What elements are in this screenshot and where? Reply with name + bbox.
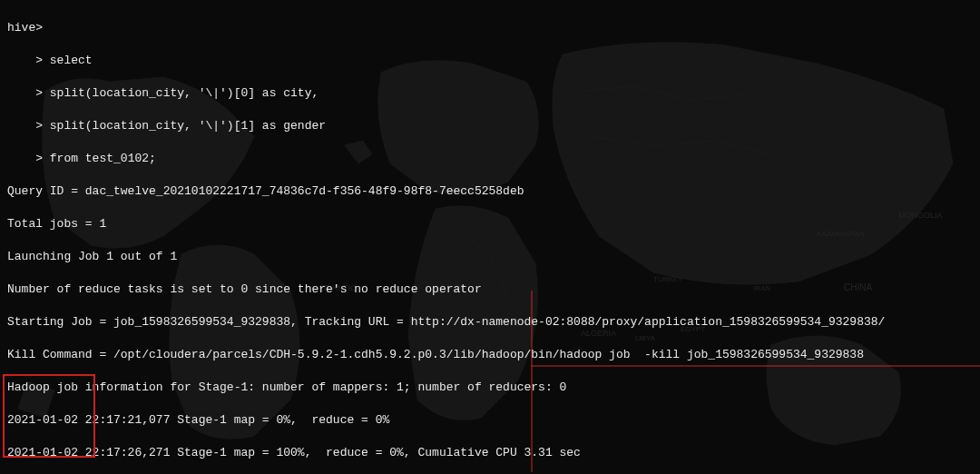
terminal-output[interactable]: hive> > select > split(location_city, '\… (0, 0, 980, 474)
query-line-3: > split(location_city, '\|')[1] as gende… (7, 118, 973, 134)
hive-prompt: hive> (7, 21, 43, 35)
log-reduce-tasks: Number of reduce tasks is set to 0 since… (7, 281, 973, 298)
query-line-2: > split(location_city, '\|')[0] as city, (7, 85, 973, 102)
log-hadoop-info: Hadoop job information for Stage-1: numb… (7, 380, 973, 396)
log-query-id: Query ID = dac_twelve_20210102221717_748… (7, 183, 973, 200)
query-line-1: > select (7, 53, 973, 69)
log-launching: Launching Job 1 out of 1 (7, 249, 973, 265)
log-stage-progress-1: 2021-01-02 22:17:21,077 Stage-1 map = 0%… (7, 412, 973, 429)
log-kill-command: Kill Command = /opt/cloudera/parcels/CDH… (7, 347, 973, 363)
log-total-jobs: Total jobs = 1 (7, 216, 973, 232)
log-stage-progress-2: 2021-01-02 22:17:26,271 Stage-1 map = 10… (7, 445, 973, 461)
prompt-line: hive> (7, 20, 973, 36)
query-line-4: > from test_0102; (7, 151, 973, 167)
log-starting-job: Starting Job = job_1598326599534_9329838… (7, 314, 973, 331)
